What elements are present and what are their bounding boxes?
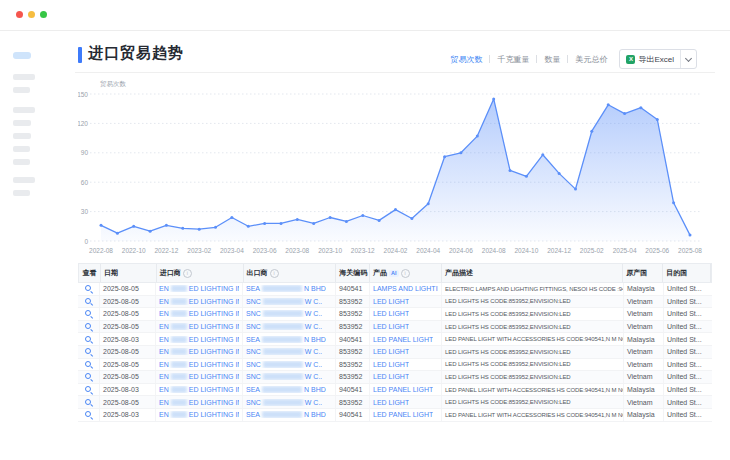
exporter-link[interactable]: SNCW C.. xyxy=(246,361,322,368)
product-cell: LED LIGHT xyxy=(370,308,442,320)
minimize-button[interactable] xyxy=(28,11,35,18)
view-detail-icon[interactable] xyxy=(84,385,93,394)
exporter-link[interactable]: SNCW C.. xyxy=(246,399,322,406)
date-cell: 2025-08-03 xyxy=(100,333,156,345)
col-header-label: 进口商 xyxy=(160,268,181,278)
product-link[interactable]: LED LIGHT xyxy=(373,399,409,406)
product-link[interactable]: LED LIGHT xyxy=(373,348,409,355)
importer-link[interactable]: ENED LIGHTING INC xyxy=(159,399,239,406)
table-row: 2025-08-05ENED LIGHTING INCSEAN BHD94054… xyxy=(78,283,712,296)
metric-tab-4[interactable]: 美元总价 xyxy=(575,54,607,65)
sidebar-item-placeholder[interactable] xyxy=(13,120,31,126)
sidebar-item-placeholder[interactable] xyxy=(13,133,31,139)
importer-link[interactable]: ENED LIGHTING INC xyxy=(159,323,239,330)
exporter-link[interactable]: SNCW C.. xyxy=(246,298,322,305)
view-detail-icon[interactable] xyxy=(84,297,93,306)
view-detail-icon[interactable] xyxy=(84,284,93,293)
product-cell: LED PANEL LIGHT xyxy=(370,409,442,421)
info-icon[interactable]: i xyxy=(270,269,279,278)
importer-cell: ENED LIGHTING INC xyxy=(156,346,243,358)
sidebar-item-placeholder[interactable] xyxy=(13,177,35,183)
view-cell xyxy=(78,296,100,308)
exporter-link[interactable]: SEAN BHD xyxy=(246,336,326,343)
sidebar-item-placeholder[interactable] xyxy=(13,190,30,196)
view-detail-icon[interactable] xyxy=(84,335,93,344)
sidebar-item-active[interactable] xyxy=(13,52,31,59)
importer-link[interactable]: ENED LIGHTING INC xyxy=(159,361,239,368)
exporter-link[interactable]: SNCW C.. xyxy=(246,373,322,380)
sidebar-item-placeholder[interactable] xyxy=(13,74,35,80)
tab-separator xyxy=(536,55,537,63)
view-detail-icon[interactable] xyxy=(84,372,93,381)
close-button[interactable] xyxy=(16,11,23,18)
product-link[interactable]: LED LIGHT xyxy=(373,373,409,380)
importer-link[interactable]: ENED LIGHTING INC xyxy=(159,285,239,292)
redacted-blur xyxy=(171,399,187,406)
svg-text:2023-06: 2023-06 xyxy=(253,247,277,254)
view-detail-icon[interactable] xyxy=(84,398,93,407)
sidebar-item-placeholder[interactable] xyxy=(13,146,30,152)
view-detail-icon[interactable] xyxy=(84,347,93,356)
importer-link[interactable]: ENED LIGHTING INC xyxy=(159,336,239,343)
importer-link[interactable]: ENED LIGHTING INC xyxy=(159,373,239,380)
product-link[interactable]: LED LIGHT xyxy=(373,298,409,305)
exporter-link[interactable]: SEAN BHD xyxy=(246,411,326,418)
zoom-button[interactable] xyxy=(40,11,47,18)
info-icon[interactable]: i xyxy=(183,269,192,278)
exporter-link[interactable]: SNCW C.. xyxy=(246,348,322,355)
date-cell: 2025-08-05 xyxy=(100,346,156,358)
sidebar-item-placeholder[interactable] xyxy=(13,159,30,165)
svg-text:2023-04: 2023-04 xyxy=(220,247,244,254)
table-row: 2025-08-05ENED LIGHTING INCSNCW C..85395… xyxy=(78,321,712,334)
exporter-cell: SNCW C.. xyxy=(243,296,336,308)
export-excel-button[interactable]: X 导出Excel xyxy=(620,54,680,65)
importer-link[interactable]: ENED LIGHTING INC xyxy=(159,386,239,393)
importer-link[interactable]: ENED LIGHTING INC xyxy=(159,298,239,305)
view-detail-icon[interactable] xyxy=(84,360,93,369)
col-header-label: 产品 xyxy=(373,268,387,278)
product-cell: LED LIGHT xyxy=(370,371,442,383)
description-cell: LED PANEL LIGHT WITH ACCESSORIES HS CODE… xyxy=(442,384,624,396)
exporter-link[interactable]: SNCW C.. xyxy=(246,323,322,330)
metric-tab-2[interactable]: 千克重量 xyxy=(497,54,529,65)
redacted-blur xyxy=(263,361,303,368)
importer-suffix: ED LIGHTING INC xyxy=(189,373,239,380)
redacted-blur xyxy=(171,285,187,292)
product-link[interactable]: LED PANEL LIGHT xyxy=(373,386,433,393)
product-link[interactable]: LED LIGHT xyxy=(373,361,409,368)
product-link[interactable]: LED LIGHT xyxy=(373,310,409,317)
info-icon[interactable]: i xyxy=(401,269,410,278)
importer-link[interactable]: ENED LIGHTING INC xyxy=(159,348,239,355)
product-link[interactable]: LED PANEL LIGHT xyxy=(373,336,433,343)
date-cell: 2025-08-05 xyxy=(100,371,156,383)
area-chart-canvas[interactable]: 0306090120150贸易次数2022-082022-102022-1220… xyxy=(78,78,712,258)
product-link[interactable]: LED PANEL LIGHT xyxy=(373,411,433,418)
exporter-link[interactable]: SNCW C.. xyxy=(246,310,322,317)
view-detail-icon[interactable] xyxy=(84,309,93,318)
sidebar-item-placeholder[interactable] xyxy=(13,107,35,113)
exporter-link[interactable]: SEAN BHD xyxy=(246,285,326,292)
view-cell xyxy=(78,359,100,371)
product-link[interactable]: LED LIGHT xyxy=(373,323,409,330)
exporter-link[interactable]: SEAN BHD xyxy=(246,386,326,393)
metric-tab-1[interactable]: 贸易次数 xyxy=(450,54,482,65)
view-detail-icon[interactable] xyxy=(84,322,93,331)
importer-link[interactable]: ENED LIGHTING INC xyxy=(159,310,239,317)
importer-link[interactable]: ENED LIGHTING INC xyxy=(159,411,239,418)
exporter-prefix: SNC xyxy=(246,323,261,330)
origin-country-cell: Malaysia xyxy=(624,384,664,396)
origin-country-cell: Malaysia xyxy=(624,333,664,345)
exporter-suffix: N BHD xyxy=(304,386,326,393)
metric-tab-3[interactable]: 数量 xyxy=(544,54,560,65)
product-cell: LED LIGHT xyxy=(370,359,442,371)
product-cell: LED LIGHT xyxy=(370,396,442,408)
chevron-down-icon xyxy=(685,54,692,61)
sidebar-item-placeholder[interactable] xyxy=(13,87,30,93)
view-detail-icon[interactable] xyxy=(84,410,93,419)
description-cell: LED LIGHTS HS CODE:853952,ENVISION:LED xyxy=(442,308,624,320)
trade-trend-chart[interactable]: 0306090120150贸易次数2022-082022-102022-1220… xyxy=(78,78,712,258)
destination-country-cell: United St... xyxy=(664,333,712,345)
export-dropdown-button[interactable] xyxy=(680,50,696,68)
view-cell xyxy=(78,333,100,345)
product-link[interactable]: LAMPS AND LIGHTIN... xyxy=(373,285,438,292)
